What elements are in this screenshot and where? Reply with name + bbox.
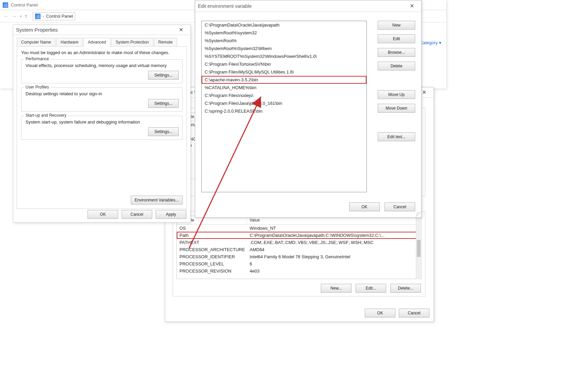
path-list[interactable]: C:\ProgramData\Oracle\Java\javapath%Syst… [201,21,367,192]
control-panel-icon [3,2,8,8]
edit-text-button[interactable]: Edit text... [378,132,415,141]
tab-remote[interactable]: Remote [154,38,177,47]
performance-desc: Visual effects, processor scheduling, me… [26,63,178,68]
cancel-button[interactable]: Cancel [122,210,152,219]
resize-grip-icon[interactable] [416,212,421,217]
list-item[interactable]: C:\apache-maven-3.5.2\bin [202,76,366,84]
admin-note: You must be logged on as an Administrato… [21,50,183,55]
performance-group: Performance Visual effects, processor sc… [21,59,183,83]
edit-environment-variable-window: Edit environment variable ✕ C:\ProgramDa… [195,0,422,218]
user-profiles-legend: User Profiles [24,85,50,89]
up-icon[interactable]: ↑ [25,13,27,19]
table-row[interactable]: PathC:\ProgramData\Oracle\Java\javapath;… [177,232,421,239]
tab-bar: Computer Name Hardware Advanced System P… [13,35,190,47]
list-item[interactable]: %SYSTEMROOT%\System32\WindowsPowerShell\… [202,52,366,60]
startup-recovery-desc: System start-up, system failure and debu… [26,119,178,125]
view-by-dropdown[interactable]: Category [420,40,441,45]
forward-icon[interactable]: → [12,13,17,19]
sysprops-titlebar: System Properties ✕ [13,25,190,35]
performance-settings-button[interactable]: Settings... [148,71,179,80]
window-title: Edit environment variable [198,3,402,9]
apply-button[interactable]: Apply [156,210,186,219]
environment-variables-button[interactable]: Environment Variables... [131,196,183,205]
delete-button[interactable]: Delete [378,62,415,70]
address-bar[interactable]: › Control Panel [33,12,75,20]
system-variables-table[interactable]: Variable Value OSWindows_NTPathC:\Progra… [176,216,422,279]
back-icon[interactable]: ← [3,13,9,19]
list-item[interactable]: %SystemRoot%\System32\Wbem [202,45,366,52]
list-item[interactable]: C:\Program Files\TortoiseSVN\bin [202,60,366,68]
table-row[interactable]: PROCESSOR_ARCHITECTUREAMD64 [177,246,421,253]
list-item[interactable]: C:\Program Files\MySQL\MySQL Utilities 1… [202,68,366,76]
list-item[interactable]: C:\Program Files\Java\jdk1.8.0_161\bin [202,99,366,107]
table-row[interactable]: PROCESSOR_REVISION4e03 [177,267,421,275]
table-row[interactable]: PATHEXT.COM;.EXE;.BAT;.CMD;.VBS;.VBE;.JS… [177,239,421,246]
control-panel-icon [35,14,41,19]
new-button[interactable]: New... [321,284,351,293]
ok-button[interactable]: OK [88,210,118,219]
move-up-button[interactable]: Move Up [378,90,415,99]
cancel-button[interactable]: Cancel [399,309,429,317]
user-profiles-group: User Profiles Desktop settings related t… [21,87,183,112]
tab-advanced[interactable]: Advanced [83,38,110,47]
advanced-tab-content: You must be logged on as an Administrato… [17,46,187,209]
list-item[interactable]: %CATALINA_HOME%\bin [202,84,366,92]
breadcrumb[interactable]: Control Panel [46,14,73,19]
ok-button[interactable]: OK [365,309,395,317]
delete-button[interactable]: Delete... [390,284,421,293]
close-icon[interactable]: ✕ [174,27,188,33]
ok-button[interactable]: OK [349,202,380,211]
editenv-titlebar: Edit environment variable ✕ [195,0,421,12]
side-buttons: New Edit Browse... Delete Move Up Move D… [378,21,415,141]
table-row[interactable]: PROCESSOR_IDENTIFIERIntel64 Family 6 Mod… [177,253,421,260]
move-down-button[interactable]: Move Down [378,104,415,113]
list-item[interactable]: %SystemRoot% [202,37,366,45]
performance-legend: Performance [24,56,50,61]
edit-button[interactable]: Edit... [356,284,386,293]
list-item[interactable]: C:\Program Files\nodejs\ [202,92,366,99]
system-variables-group: Variable Value OSWindows_NTPathC:\Progra… [173,211,425,296]
tab-hardware[interactable]: Hardware [56,38,83,47]
system-properties-window: System Properties ✕ Computer Name Hardwa… [13,24,191,223]
scrollbar-thumb[interactable] [417,240,421,257]
cancel-button[interactable]: Cancel [385,202,415,211]
list-item[interactable]: C:\ProgramData\Oracle\Java\javapath [202,21,366,29]
list-item[interactable]: C:\spring-2.0.0.RELEASE\bin [202,107,366,115]
user-profiles-desc: Desktop settings related to your sign-in [26,91,178,96]
tab-system-protection[interactable]: System Protection [111,38,153,47]
table-row[interactable]: PROCESSOR_LEVEL6 [177,260,421,267]
close-icon[interactable]: ✕ [405,3,419,9]
list-item[interactable]: %SystemRoot%\system32 [202,29,366,37]
browse-button[interactable]: Browse... [378,48,415,57]
table-row[interactable]: OSWindows_NT [177,225,421,232]
startup-recovery-settings-button[interactable]: Settings... [148,127,179,136]
scrollbar[interactable] [416,216,422,279]
window-title: System Properties [16,27,171,33]
startup-recovery-group: Start-up and Recovery System start-up, s… [21,116,183,140]
history-dropdown-icon[interactable]: ▾ [20,14,22,19]
tab-computer-name[interactable]: Computer Name [17,38,56,47]
new-button[interactable]: New [378,21,415,30]
startup-recovery-legend: Start-up and Recovery [24,113,68,118]
edit-button[interactable]: Edit [378,34,415,43]
user-profiles-settings-button[interactable]: Settings... [148,99,179,108]
